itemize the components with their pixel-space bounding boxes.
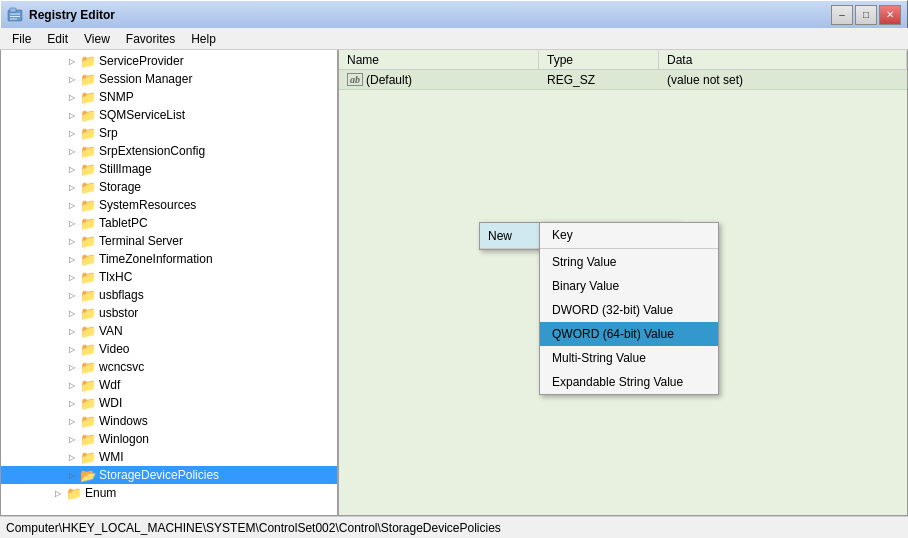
submenu-item-binary[interactable]: Binary Value [540, 274, 718, 298]
expand-icon: ▷ [65, 306, 79, 320]
expand-icon: ▷ [65, 252, 79, 266]
folder-icon: 📁 [80, 271, 96, 284]
tree-label: SrpExtensionConfig [99, 144, 205, 158]
expand-icon: ▷ [65, 378, 79, 392]
tree-item-systemresources[interactable]: ▷ 📁 SystemResources [1, 196, 337, 214]
tree-item-snmp[interactable]: ▷ 📁 SNMP [1, 88, 337, 106]
maximize-button[interactable]: □ [855, 5, 877, 25]
folder-icon: 📁 [80, 253, 96, 266]
submenu-item-expandablestring[interactable]: Expandable String Value [540, 370, 718, 394]
resize-handle[interactable] [333, 50, 337, 515]
status-path: Computer\HKEY_LOCAL_MACHINE\SYSTEM\Contr… [6, 521, 501, 535]
tree-item-wcncsvc[interactable]: ▷ 📁 wcncsvc [1, 358, 337, 376]
folder-icon: 📁 [80, 235, 96, 248]
submenu-item-dword[interactable]: DWORD (32-bit) Value [540, 298, 718, 322]
tree-item-sessionmanager[interactable]: ▷ 📁 Session Manager [1, 70, 337, 88]
tree-panel: ▷ 📁 ServiceProvider ▷ 📁 Session Manager … [1, 50, 339, 515]
folder-icon: 📁 [80, 415, 96, 428]
tree-item-storagedevicepolicies[interactable]: ▷ 📂 StorageDevicePolicies [1, 466, 337, 484]
tree-label: Windows [99, 414, 148, 428]
expand-icon: ▷ [65, 144, 79, 158]
folder-icon: 📁 [80, 127, 96, 140]
tree-label: TabletPC [99, 216, 148, 230]
menu-view[interactable]: View [76, 30, 118, 48]
tree-item-srp[interactable]: ▷ 📁 Srp [1, 124, 337, 142]
tree-item-video[interactable]: ▷ 📁 Video [1, 340, 337, 358]
tree-item-serviceprovider[interactable]: ▷ 📁 ServiceProvider [1, 52, 337, 70]
registry-row-default[interactable]: ab (Default) REG_SZ (value not set) [339, 70, 907, 90]
folder-icon: 📁 [80, 109, 96, 122]
expand-icon: ▷ [65, 414, 79, 428]
expand-icon: ▷ [65, 54, 79, 68]
tree-item-sqmservicelist[interactable]: ▷ 📁 SQMServiceList [1, 106, 337, 124]
tree-item-enum[interactable]: ▷ 📁 Enum [1, 484, 337, 502]
tree-item-windows[interactable]: ▷ 📁 Windows [1, 412, 337, 430]
tree-item-stillimage[interactable]: ▷ 📁 StillImage [1, 160, 337, 178]
submenu-item-multistring[interactable]: Multi-String Value [540, 346, 718, 370]
expand-icon: ▷ [65, 126, 79, 140]
menu-file[interactable]: File [4, 30, 39, 48]
tree-label: WMI [99, 450, 124, 464]
tree-item-tabletpc[interactable]: ▷ 📁 TabletPC [1, 214, 337, 232]
right-panel: Name Type Data ab (Default) REG_SZ (valu… [339, 50, 907, 515]
tree-item-wdi[interactable]: ▷ 📁 WDI [1, 394, 337, 412]
col-header-data: Data [659, 51, 907, 69]
expand-icon: ▷ [65, 396, 79, 410]
submenu-item-label: DWORD (32-bit) Value [552, 303, 673, 317]
minimize-button[interactable]: – [831, 5, 853, 25]
tree-label: StorageDevicePolicies [99, 468, 219, 482]
submenu-item-qword[interactable]: QWORD (64-bit) Value [540, 322, 718, 346]
close-button[interactable]: ✕ [879, 5, 901, 25]
tree-item-wdf[interactable]: ▷ 📁 Wdf [1, 376, 337, 394]
expand-icon: ▷ [65, 324, 79, 338]
folder-icon: 📁 [80, 73, 96, 86]
tree-scroll[interactable]: ▷ 📁 ServiceProvider ▷ 📁 Session Manager … [1, 50, 337, 515]
tree-label: Winlogon [99, 432, 149, 446]
folder-icon: 📁 [80, 361, 96, 374]
folder-icon: 📁 [80, 433, 96, 446]
tree-item-storage[interactable]: ▷ 📁 Storage [1, 178, 337, 196]
submenu-item-label: Key [552, 228, 573, 242]
title-bar: Registry Editor – □ ✕ [0, 0, 908, 28]
reg-name-cell: ab (Default) [339, 72, 539, 88]
tree-label: SQMServiceList [99, 108, 185, 122]
expand-icon: ▷ [65, 450, 79, 464]
submenu-item-key[interactable]: Key [540, 223, 718, 247]
submenu-item-string[interactable]: String Value [540, 250, 718, 274]
main-container: ▷ 📁 ServiceProvider ▷ 📁 Session Manager … [0, 50, 908, 516]
expand-icon: ▷ [65, 72, 79, 86]
tree-item-wmi[interactable]: ▷ 📁 WMI [1, 448, 337, 466]
expand-icon: ▷ [65, 360, 79, 374]
tree-item-terminalserver[interactable]: ▷ 📁 Terminal Server [1, 232, 337, 250]
tree-item-usbstor[interactable]: ▷ 📁 usbstor [1, 304, 337, 322]
tree-label: SNMP [99, 90, 134, 104]
submenu-item-label: Expandable String Value [552, 375, 683, 389]
tree-label: StillImage [99, 162, 152, 176]
menu-help[interactable]: Help [183, 30, 224, 48]
tree-label: VAN [99, 324, 123, 338]
tree-item-timezoneinformation[interactable]: ▷ 📁 TimeZoneInformation [1, 250, 337, 268]
tree-item-srpextensionconfig[interactable]: ▷ 📁 SrpExtensionConfig [1, 142, 337, 160]
menu-edit[interactable]: Edit [39, 30, 76, 48]
window-title: Registry Editor [29, 8, 831, 22]
menu-favorites[interactable]: Favorites [118, 30, 183, 48]
folder-icon: 📁 [80, 451, 96, 464]
folder-icon: 📁 [80, 145, 96, 158]
reg-data-cell: (value not set) [659, 72, 907, 88]
tree-item-tlxhc[interactable]: ▷ 📁 TlxHC [1, 268, 337, 286]
tree-label: Terminal Server [99, 234, 183, 248]
tree-item-usbflags[interactable]: ▷ 📁 usbflags [1, 286, 337, 304]
tree-item-winlogon[interactable]: ▷ 📁 Winlogon [1, 430, 337, 448]
folder-open-icon: 📂 [80, 469, 96, 482]
tree-item-van[interactable]: ▷ 📁 VAN [1, 322, 337, 340]
folder-icon: 📁 [80, 289, 96, 302]
folder-icon: 📁 [80, 343, 96, 356]
menu-bar: File Edit View Favorites Help [0, 28, 908, 50]
expand-icon: ▷ [65, 342, 79, 356]
app-icon [7, 7, 23, 23]
folder-icon: 📁 [80, 217, 96, 230]
reg-name: (Default) [366, 73, 412, 87]
folder-icon: 📁 [80, 397, 96, 410]
expand-icon: ▷ [65, 180, 79, 194]
expand-icon: ▷ [65, 432, 79, 446]
